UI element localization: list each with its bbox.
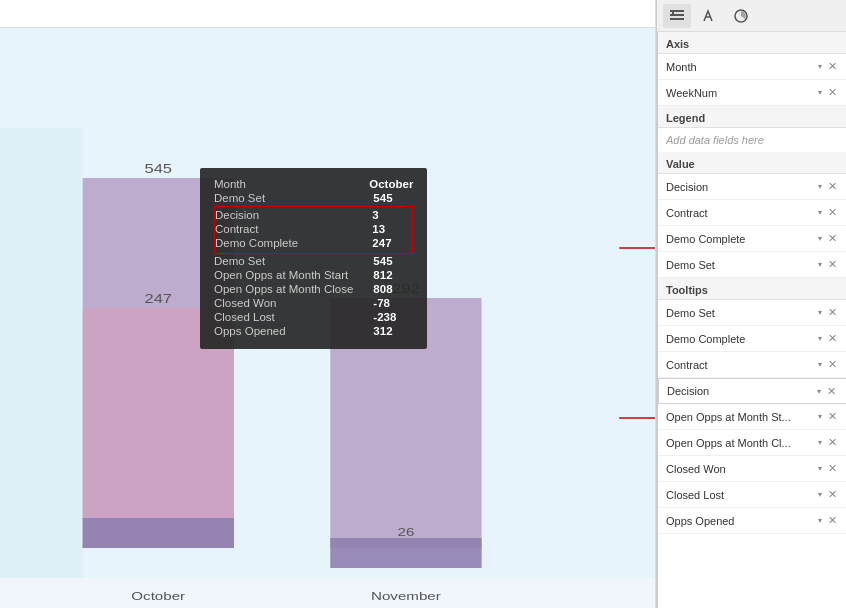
tooltip-value-opps-close: 808	[373, 283, 413, 295]
field-controls-decision-val: ▾ ✕	[816, 178, 839, 195]
field-controls-tooltip-demoset: ▾ ✕	[816, 304, 839, 321]
chevron-down-icon-tooltip-demoset[interactable]: ▾	[816, 306, 824, 319]
field-controls-demo-set: ▾ ✕	[816, 256, 839, 273]
field-row-month[interactable]: Month ▾ ✕	[658, 54, 846, 80]
chevron-down-icon-decision[interactable]: ▾	[816, 180, 824, 193]
remove-tooltip-opps-close-icon[interactable]: ✕	[826, 434, 839, 451]
field-name-tooltip-closed-won: Closed Won	[666, 463, 816, 475]
svg-rect-5	[330, 538, 481, 568]
format-icon	[701, 8, 717, 24]
chart-area: 545 247 292 26 October November	[0, 0, 656, 608]
remove-month-icon[interactable]: ✕	[826, 58, 839, 75]
panel-icon-bar	[657, 0, 846, 32]
remove-tooltip-opps-opened-icon[interactable]: ✕	[826, 512, 839, 529]
tooltip-row-demoset1: Demo Set 545	[214, 192, 413, 204]
analytics-icon-button[interactable]	[727, 4, 755, 28]
tooltip-value-opps-start: 812	[373, 269, 413, 281]
remove-tooltip-closed-lost-icon[interactable]: ✕	[826, 486, 839, 503]
tooltip-label-demoset2: Demo Set	[214, 255, 265, 267]
svg-text:November: November	[371, 590, 441, 602]
field-row-weeknum[interactable]: WeekNum ▾ ✕	[658, 80, 846, 106]
field-row-tooltip-decision[interactable]: Decision ▾ ✕	[658, 378, 846, 404]
chevron-down-icon-demo-set[interactable]: ▾	[816, 258, 824, 271]
chevron-down-icon-tooltip-democomplete[interactable]: ▾	[816, 332, 824, 345]
remove-demo-complete-icon[interactable]: ✕	[826, 230, 839, 247]
chevron-down-icon-tooltip-decision[interactable]: ▾	[815, 385, 823, 398]
field-row-tooltip-opps-opened[interactable]: Opps Opened ▾ ✕	[658, 508, 846, 534]
field-row-tooltip-opps-close[interactable]: Open Opps at Month Cl... ▾ ✕	[658, 430, 846, 456]
field-row-tooltip-demoset[interactable]: Demo Set ▾ ✕	[658, 300, 846, 326]
field-row-tooltip-contract[interactable]: Contract ▾ ✕	[658, 352, 846, 378]
svg-rect-3	[83, 518, 234, 548]
fields-icon	[669, 8, 685, 24]
tooltip-row-demoset2: Demo Set 545	[214, 255, 413, 267]
tooltip-value-contract: 13	[372, 223, 412, 235]
field-controls-tooltip-closed-lost: ▾ ✕	[816, 486, 839, 503]
chevron-down-icon-weeknum[interactable]: ▾	[816, 86, 824, 99]
remove-tooltip-closed-won-icon[interactable]: ✕	[826, 460, 839, 477]
tooltip-label-decision: Decision	[215, 209, 259, 221]
tooltip-label-demoset1: Demo Set	[214, 192, 265, 204]
field-row-tooltip-democomplete[interactable]: Demo Complete ▾ ✕	[658, 326, 846, 352]
tooltip-box: Month October Demo Set 545 Decision 3 C	[200, 168, 427, 349]
chevron-down-icon-tooltip-closed-lost[interactable]: ▾	[816, 488, 824, 501]
field-name-tooltip-opps-start: Open Opps at Month St...	[666, 411, 816, 423]
remove-contract-icon[interactable]: ✕	[826, 204, 839, 221]
tooltip-row-closed-won: Closed Won -78	[214, 297, 413, 309]
tooltip-value-month: October	[369, 178, 413, 190]
field-row-tooltip-opps-start[interactable]: Open Opps at Month St... ▾ ✕	[658, 404, 846, 430]
chevron-down-icon-tooltip-opps-opened[interactable]: ▾	[816, 514, 824, 527]
field-row-tooltip-closed-lost[interactable]: Closed Lost ▾ ✕	[658, 482, 846, 508]
field-controls-tooltip-opps-close: ▾ ✕	[816, 434, 839, 451]
remove-demo-set-icon[interactable]: ✕	[826, 256, 839, 273]
chart-canvas: 545 247 292 26 October November	[0, 28, 655, 608]
right-panel: Axis Month ▾ ✕ WeekNum ▾ ✕ Legend Add da…	[656, 0, 846, 608]
chevron-down-icon-tooltip-opps-start[interactable]: ▾	[816, 410, 824, 423]
tooltip-row-month: Month October	[214, 178, 413, 190]
tooltip-value-opps-opened: 312	[373, 325, 413, 337]
field-name-tooltip-demoset: Demo Set	[666, 307, 816, 319]
field-row-tooltip-closed-won[interactable]: Closed Won ▾ ✕	[658, 456, 846, 482]
field-row-contract[interactable]: Contract ▾ ✕	[658, 200, 846, 226]
tooltip-row-contract: Contract 13	[215, 223, 412, 235]
svg-text:247: 247	[144, 292, 172, 305]
field-controls-tooltip-democomplete: ▾ ✕	[816, 330, 839, 347]
remove-tooltip-contract-icon[interactable]: ✕	[826, 356, 839, 373]
field-controls-tooltip-decision: ▾ ✕	[815, 383, 838, 400]
field-name-tooltip-opps-close: Open Opps at Month Cl...	[666, 437, 816, 449]
tooltip-label-opps-opened: Opps Opened	[214, 325, 286, 337]
chevron-down-icon-tooltip-closed-won[interactable]: ▾	[816, 462, 824, 475]
tooltip-label-closed-lost: Closed Lost	[214, 311, 275, 323]
remove-tooltip-decision-icon[interactable]: ✕	[825, 383, 838, 400]
value-section-label: Value	[658, 152, 846, 174]
field-name-tooltip-closed-lost: Closed Lost	[666, 489, 816, 501]
tooltip-row-democomplete: Demo Complete 247	[215, 237, 412, 249]
format-icon-button[interactable]	[695, 4, 723, 28]
remove-tooltip-demoset-icon[interactable]: ✕	[826, 304, 839, 321]
tooltip-value-demoset2: 545	[373, 255, 413, 267]
tooltip-row-opps-close: Open Opps at Month Close 808	[214, 283, 413, 295]
remove-tooltip-opps-start-icon[interactable]: ✕	[826, 408, 839, 425]
legend-add-area[interactable]: Add data fields here	[658, 128, 846, 152]
legend-section-label: Legend	[658, 106, 846, 128]
tooltips-section-label: Tooltips	[658, 278, 846, 300]
field-controls-demo-complete: ▾ ✕	[816, 230, 839, 247]
chevron-down-icon-month[interactable]: ▾	[816, 60, 824, 73]
field-row-demo-complete[interactable]: Demo Complete ▾ ✕	[658, 226, 846, 252]
remove-decision-icon[interactable]: ✕	[826, 178, 839, 195]
chevron-down-icon-tooltip-contract[interactable]: ▾	[816, 358, 824, 371]
chevron-down-icon-demo-complete[interactable]: ▾	[816, 232, 824, 245]
field-name-tooltip-contract: Contract	[666, 359, 816, 371]
field-row-decision[interactable]: Decision ▾ ✕	[658, 174, 846, 200]
fields-icon-button[interactable]	[663, 4, 691, 28]
chevron-down-icon-contract[interactable]: ▾	[816, 206, 824, 219]
svg-rect-17	[670, 18, 684, 20]
field-name-demo-set: Demo Set	[666, 259, 816, 271]
tooltip-label-month: Month	[214, 178, 246, 190]
svg-rect-15	[670, 10, 684, 12]
remove-tooltip-democomplete-icon[interactable]: ✕	[826, 330, 839, 347]
chevron-down-icon-tooltip-opps-close[interactable]: ▾	[816, 436, 824, 449]
field-name-tooltip-democomplete: Demo Complete	[666, 333, 816, 345]
field-row-demo-set[interactable]: Demo Set ▾ ✕	[658, 252, 846, 278]
remove-weeknum-icon[interactable]: ✕	[826, 84, 839, 101]
